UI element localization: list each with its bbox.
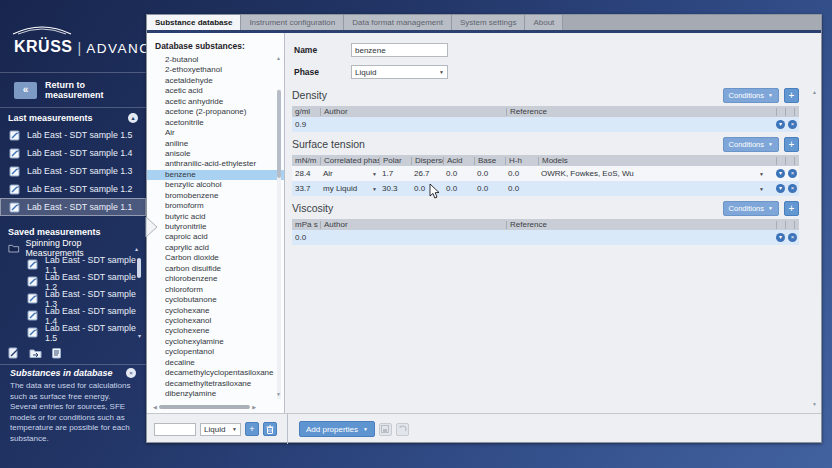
substance-item[interactable]: dibenzylamine [147, 389, 284, 399]
st-value[interactable]: 33.7 [292, 181, 320, 196]
measurement-item[interactable]: Lab East - SDT sample 1.4 [0, 307, 146, 324]
st-phase-select[interactable]: my Liquid▼ [320, 181, 379, 196]
substance-item[interactable]: acetaldehyde [147, 76, 284, 86]
substance-item[interactable]: cyclobutanone [147, 295, 284, 305]
measurement-item-selected[interactable]: Lab East - SDT sample 1.1 [0, 198, 146, 216]
surface-tension-add-button[interactable]: + [784, 137, 799, 152]
add-properties-button[interactable]: Add properties▼ [299, 421, 375, 437]
add-substance-button[interactable]: + [245, 422, 259, 436]
new-substance-input[interactable] [154, 423, 196, 436]
substance-item[interactable]: aniline [147, 139, 284, 149]
viscosity-reference[interactable] [506, 230, 766, 245]
substance-item[interactable]: butyronitrile [147, 222, 284, 232]
st-hh[interactable]: 0.0 [505, 181, 538, 196]
scroll-right-icon[interactable]: ▶ [252, 404, 256, 410]
substance-item[interactable]: cyclohexene [147, 326, 284, 336]
viscosity-conditions-button[interactable]: Conditions▼ [723, 201, 779, 216]
row-delete-icon[interactable]: × [788, 169, 797, 178]
scroll-left-icon[interactable]: ◀ [153, 404, 157, 410]
density-value[interactable]: 0.9 [292, 117, 320, 132]
substance-item[interactable]: anthranilic-acid-ethylester [147, 159, 284, 169]
st-polar[interactable]: 30.3 [379, 181, 411, 196]
scrollbar-thumb[interactable] [277, 90, 281, 178]
substance-item[interactable]: Air [147, 128, 284, 138]
viscosity-value[interactable]: 0.0 [292, 230, 320, 245]
substance-item[interactable]: anisole [147, 149, 284, 159]
surface-tension-row[interactable]: 33.7 my Liquid▼ 30.3 0.0 0.0 0.0 0.0 ▼ ▾… [292, 181, 799, 196]
substance-item[interactable]: butyric acid [147, 212, 284, 222]
st-base[interactable]: 0.0 [474, 166, 505, 181]
st-base[interactable]: 0.0 [474, 181, 505, 196]
st-models-select[interactable]: ▼ [538, 181, 766, 196]
export-folder-icon[interactable] [29, 347, 42, 359]
viscosity-row[interactable]: 0.0 ▾ × [292, 230, 799, 245]
substance-item[interactable]: acetone (2-propanone) [147, 107, 284, 117]
st-phase-select[interactable]: Air▼ [320, 166, 379, 181]
horizontal-scrollbar[interactable]: ◀ ▶ [153, 404, 256, 410]
substance-item[interactable]: benzylic alcohol [147, 180, 284, 190]
note-edit-icon[interactable] [8, 347, 20, 359]
tab-substance-database[interactable]: Substance database [147, 15, 241, 30]
substance-item[interactable]: Carbon dioxide [147, 253, 284, 263]
panel-splitter-handle[interactable] [145, 216, 159, 238]
clipboard-icon[interactable] [51, 347, 62, 359]
substance-item[interactable]: chlorobenzene [147, 274, 284, 284]
st-disperse[interactable]: 26.7 [411, 166, 443, 181]
substance-item[interactable]: 2-ethoxyethanol [147, 65, 284, 75]
chevron-up-icon[interactable]: ▴ [135, 245, 138, 252]
measurement-item[interactable]: Lab East - SDT sample 1.2 [0, 273, 146, 290]
density-conditions-button[interactable]: Conditions▼ [723, 88, 779, 103]
substance-item[interactable]: cyclohexane [147, 306, 284, 316]
st-acid[interactable]: 0.0 [443, 181, 474, 196]
tab-data-format-management[interactable]: Data format management [344, 15, 452, 30]
new-substance-phase-select[interactable]: Liquid ▼ [200, 423, 241, 436]
substance-item-selected[interactable]: benzene [147, 170, 284, 180]
collapse-section-icon[interactable]: ▴ [128, 113, 138, 123]
chevron-down-icon[interactable]: ▾ [138, 332, 141, 339]
measurement-item[interactable]: Lab East - SDT sample 1.3 [0, 162, 146, 180]
st-polar[interactable]: 1.7 [379, 166, 411, 181]
scroll-down-icon[interactable]: ▼ [276, 391, 281, 397]
substance-item[interactable]: acetic anhydride [147, 97, 284, 107]
row-delete-icon[interactable]: × [788, 120, 797, 129]
return-to-measurement[interactable]: « Return to measurement [14, 80, 146, 100]
substance-item[interactable]: cyclohexanol [147, 316, 284, 326]
substance-item[interactable]: 2-butanol [147, 55, 284, 65]
substance-item[interactable]: cyclohexylamine [147, 337, 284, 347]
close-info-icon[interactable]: × [126, 368, 136, 378]
density-author[interactable] [320, 117, 506, 132]
substance-item[interactable]: carbon disulfide [147, 264, 284, 274]
phase-select[interactable]: Liquid ▼ [351, 65, 448, 79]
sidebar-scrollbar-thumb[interactable] [137, 258, 141, 278]
surface-tension-conditions-button[interactable]: Conditions▼ [723, 137, 779, 152]
substance-item[interactable]: bromoform [147, 201, 284, 211]
scroll-up-icon[interactable]: ▲ [276, 55, 281, 61]
row-expand-icon[interactable]: ▾ [776, 233, 785, 242]
measurement-item[interactable]: Lab East - SDT sample 1.5 [0, 324, 146, 341]
scroll-up-icon[interactable]: ▲ [812, 89, 817, 95]
substance-item[interactable]: decamethylcyclopentasiloxane [147, 368, 284, 378]
substance-item[interactable]: bromobenzene [147, 191, 284, 201]
viscosity-author[interactable] [320, 230, 506, 245]
density-reference[interactable] [506, 117, 766, 132]
substance-item[interactable]: decamethyltetrasiloxane [147, 379, 284, 389]
name-input[interactable] [351, 43, 448, 57]
tab-instrument-configuration[interactable]: Instrument configuration [241, 15, 344, 30]
row-delete-icon[interactable]: × [788, 233, 797, 242]
row-expand-icon[interactable]: ▾ [776, 184, 785, 193]
row-expand-icon[interactable]: ▾ [776, 120, 785, 129]
undo-button-disabled[interactable] [396, 423, 409, 436]
scroll-down-icon[interactable]: ▼ [812, 401, 817, 407]
save-button-disabled[interactable] [379, 423, 392, 436]
substance-item[interactable]: cyclopentanol [147, 347, 284, 357]
measurement-item[interactable]: Lab East - SDT sample 1.2 [0, 180, 146, 198]
substance-item[interactable]: chloroform [147, 285, 284, 295]
substance-item[interactable]: caprylic acid [147, 243, 284, 253]
st-value[interactable]: 28.4 [292, 166, 320, 181]
surface-tension-row[interactable]: 28.4 Air▼ 1.7 26.7 0.0 0.0 0.0 OWRK, Fow… [292, 166, 799, 181]
measurement-item[interactable]: Lab East - SDT sample 1.3 [0, 290, 146, 307]
viscosity-add-button[interactable]: + [784, 201, 799, 216]
tab-system-settings[interactable]: System settings [452, 15, 525, 30]
measurement-item[interactable]: Lab East - SDT sample 1.5 [0, 126, 146, 144]
substance-item[interactable]: caproic acid [147, 232, 284, 242]
